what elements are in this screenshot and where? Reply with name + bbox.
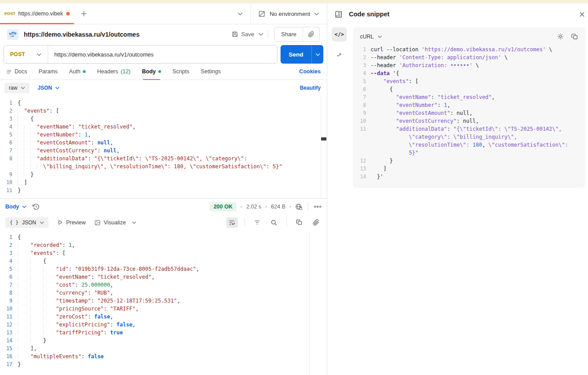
code-text: curl --location 'https://demo.vibekassa.… <box>371 45 552 53</box>
snippet-card: cURL 1curl --location 'https:// <box>353 27 585 188</box>
line-number: 1 <box>0 99 18 107</box>
braces-icon: { } <box>10 220 19 225</box>
code-text: } <box>18 337 46 345</box>
preview-button[interactable]: Preview <box>57 220 86 226</box>
raw-mode-dropdown[interactable]: raw <box>4 83 30 93</box>
url-row: POST https://demo.vibekassa.ru/v1/outcom… <box>0 44 327 64</box>
code-line: 11} <box>0 186 327 194</box>
code-line: 8 "additionalData": "{\"ticketId\": \"TS… <box>0 155 327 163</box>
code-text: "pricingSource": "TARIFF", <box>18 305 139 313</box>
line-number: 7 <box>360 93 371 101</box>
send-options-button[interactable] <box>311 45 323 64</box>
line-number: 10 <box>360 117 371 125</box>
beautify-link[interactable]: Beautify <box>300 85 322 91</box>
send-button[interactable]: Send <box>281 45 311 64</box>
line-number: 6 <box>360 85 371 93</box>
headers-count: (12) <box>121 68 131 75</box>
line-number: 14 <box>0 337 18 345</box>
code-text: "eventCostAmount": null, <box>18 139 113 147</box>
chevron-down-icon <box>315 53 320 56</box>
language-dropdown[interactable]: cURL <box>360 34 382 40</box>
response-history-button[interactable] <box>33 203 40 210</box>
visualize-options-button[interactable] <box>132 221 136 224</box>
tab-scripts-label: Scripts <box>172 68 189 75</box>
snippet-code[interactable]: 1curl --location 'https://demo.vibekassa… <box>360 45 578 181</box>
window-top-strip <box>0 0 588 4</box>
url-box: POST https://demo.vibekassa.ru/v1/outcom… <box>4 45 277 64</box>
tab-scripts[interactable]: Scripts <box>172 64 189 80</box>
copy-snippet-button[interactable] <box>571 33 578 40</box>
code-line: 3 { <box>0 115 327 123</box>
code-tab-button[interactable]: </> <box>332 27 347 42</box>
status-badge[interactable]: 200 OK <box>210 202 236 211</box>
code-line: 1curl --location 'https://demo.vibekassa… <box>360 45 578 53</box>
url-input[interactable]: https://demo.vibekassa.ru/v1/outcomes <box>48 51 154 58</box>
response-time[interactable]: 2.02 s <box>246 204 261 210</box>
line-number: 1 <box>360 45 371 53</box>
visualize-button[interactable]: Visualize <box>94 220 126 226</box>
network-info-button[interactable] <box>295 203 303 211</box>
swap-arrows-icon <box>336 51 343 59</box>
response-size[interactable]: 624 B <box>271 204 285 210</box>
close-panel-button[interactable] <box>579 11 585 18</box>
scrollbar[interactable] <box>309 230 315 375</box>
cookies-link[interactable]: Cookies <box>299 68 321 75</box>
tab-params[interactable]: Params <box>38 64 57 80</box>
response-body-dropdown[interactable]: Body <box>5 204 26 210</box>
request-tab[interactable]: POST https://demo.vibekass <box>0 4 74 24</box>
code-text: "eventName": "ticket_resolved", <box>371 93 495 101</box>
search-button[interactable] <box>268 217 280 228</box>
tab-docs[interactable]: Docs <box>6 64 27 80</box>
code-line: 7 "eventName": "ticket_resolved", <box>360 93 578 101</box>
line-number: 12 <box>360 157 371 165</box>
line-number: 15 <box>0 345 18 352</box>
code-line: 10 ] <box>0 178 327 186</box>
tab-auth[interactable]: Auth <box>69 64 86 80</box>
dot-separator <box>289 206 291 208</box>
tab-auth-label: Auth <box>69 68 81 75</box>
chevron-down-icon <box>238 12 243 15</box>
image-icon <box>94 220 101 226</box>
tab-overflow-button[interactable] <box>230 12 251 15</box>
scrollbar-thumb[interactable] <box>321 137 326 140</box>
code-text: "tariffPricing": true <box>18 329 123 337</box>
code-snippet-header: Code snippet <box>327 4 588 25</box>
request-pane: POST https://demo.vibekass No environmen… <box>0 4 327 375</box>
tab-body[interactable]: Body <box>142 64 161 80</box>
new-tab-button[interactable] <box>80 10 87 17</box>
sync-requests-button[interactable] <box>336 51 343 59</box>
request-body-editor[interactable]: 1{2 "events": [3 {4 "eventName": "ticket… <box>0 96 327 199</box>
tab-settings[interactable]: Settings <box>201 64 221 80</box>
copy-link-button[interactable] <box>303 31 319 38</box>
code-line: \"resolutionTime\": 180, \"customerSatis… <box>360 141 578 149</box>
format-label: JSON <box>37 85 52 91</box>
code-text: --header 'Content-Type: application/json… <box>371 53 508 61</box>
more-options-button[interactable] <box>314 204 322 209</box>
line-number: 2 <box>0 241 18 249</box>
snippet-settings-button[interactable] <box>557 33 564 40</box>
filter-button[interactable] <box>251 217 263 228</box>
response-meta: 200 OK 2.02 s 624 B <box>210 202 322 211</box>
code-text: "currency": "RUB", <box>18 289 113 297</box>
link-response-button[interactable] <box>310 217 322 228</box>
code-line: 3--header 'Authorization: ••••••' \ <box>360 61 578 69</box>
environment-selector[interactable]: No environment <box>251 4 327 24</box>
scrollbar[interactable] <box>321 96 327 198</box>
wrap-text-button[interactable] <box>226 217 238 228</box>
response-format-dropdown[interactable]: { } JSON <box>5 217 49 228</box>
code-line: 1{ <box>0 99 327 107</box>
method-dropdown[interactable]: POST <box>4 51 48 57</box>
save-options-button[interactable] <box>258 30 268 38</box>
save-button[interactable]: Save <box>228 28 258 40</box>
code-line: 12 } <box>360 157 578 165</box>
line-number: 11 <box>0 186 18 194</box>
no-environment-icon <box>258 10 266 18</box>
body-mode-toolbar: raw JSON Beautify <box>0 80 327 96</box>
tab-headers[interactable]: Headers(12) <box>97 64 130 80</box>
response-body-viewer[interactable]: 1{2 "recorded": 1,3 "events": [4 {5 "id"… <box>0 230 327 375</box>
share-button[interactable]: Share <box>275 31 303 38</box>
line-number: 13 <box>0 329 18 337</box>
format-dropdown[interactable]: JSON <box>37 85 60 91</box>
copy-response-button[interactable] <box>293 217 305 228</box>
tab-body-label: Body <box>142 68 156 75</box>
